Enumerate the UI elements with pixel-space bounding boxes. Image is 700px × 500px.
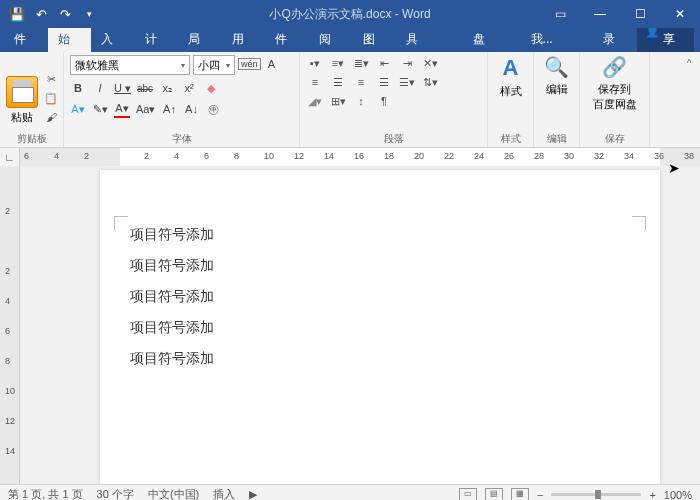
zoom-out-icon[interactable]: − — [537, 489, 543, 501]
chevron-down-icon: ▾ — [181, 61, 185, 70]
zoom-slider[interactable] — [551, 493, 641, 496]
ribbon: 粘贴 ✂ 📋 🖌 剪贴板 微软雅黑▾ 小四▾ wén A B I U ▾ abc — [0, 52, 700, 148]
paste-icon[interactable] — [6, 76, 38, 108]
change-case-icon[interactable]: Aa▾ — [136, 100, 155, 118]
group-label-save: 保存 — [580, 132, 649, 146]
window-title: 小Q办公演示文稿.docx - Word — [269, 6, 430, 23]
save-baidu-button[interactable]: 🔗 保存到 百度网盘 — [586, 55, 643, 112]
baidu-cloud-icon: 🔗 — [602, 55, 627, 79]
grow-font-icon[interactable]: A↑ — [161, 100, 177, 118]
sort-icon[interactable]: ↕ — [352, 93, 370, 109]
text-line[interactable]: 项目符号添加 — [130, 319, 630, 337]
group-label-clipboard: 剪贴板 — [0, 132, 63, 146]
clear-formatting-icon[interactable]: ◆ — [203, 79, 219, 97]
close-icon[interactable]: ✕ — [660, 0, 700, 28]
qat-more-icon[interactable]: ▾ — [78, 3, 100, 25]
italic-button[interactable]: I — [92, 79, 108, 97]
enclose-char-icon[interactable]: ㊥ — [205, 100, 221, 118]
bullets-icon[interactable]: ▪▾ — [306, 55, 324, 71]
group-font: 微软雅黑▾ 小四▾ wén A B I U ▾ abc x₂ x² ◆ A▾ ✎… — [64, 52, 300, 147]
chevron-down-icon: ▾ — [226, 61, 230, 70]
read-mode-icon[interactable]: ▭ — [459, 488, 477, 501]
character-border-icon[interactable]: A — [264, 55, 280, 73]
page-viewport[interactable]: 项目符号添加 项目符号添加 项目符号添加 项目符号添加 项目符号添加 — [20, 166, 700, 484]
align-left-icon[interactable]: ≡ — [306, 74, 324, 90]
group-styles: A 样式 样式 — [488, 52, 534, 147]
zoom-level[interactable]: 100% — [664, 489, 692, 501]
page-count[interactable]: 第 1 页, 共 1 页 — [8, 487, 83, 500]
text-line[interactable]: 项目符号添加 — [130, 350, 630, 368]
format-painter-icon[interactable]: 🖌 — [42, 111, 60, 127]
margin-corner-icon — [632, 216, 646, 230]
ribbon-display-icon[interactable]: ▭ — [540, 0, 580, 28]
vertical-ruler[interactable]: 22468101214 — [0, 166, 20, 484]
window-controls: ▭ — ☐ ✕ — [540, 0, 700, 28]
font-color-icon[interactable]: A▾ — [114, 100, 130, 118]
mouse-cursor-icon: ➤ — [668, 160, 680, 176]
align-center-icon[interactable]: ☰ — [329, 74, 347, 90]
font-name-select[interactable]: 微软雅黑▾ — [70, 55, 190, 75]
find-icon: 🔍 — [544, 55, 569, 79]
borders-icon[interactable]: ⊞▾ — [329, 93, 347, 109]
increase-indent-icon[interactable]: ⇥ — [398, 55, 416, 71]
text-effects-icon[interactable]: A▾ — [70, 100, 86, 118]
strikethrough-button[interactable]: abc — [137, 79, 153, 97]
styles-button[interactable]: A 样式 — [494, 55, 527, 99]
superscript-button[interactable]: x² — [181, 79, 197, 97]
document-area: 22468101214 项目符号添加 项目符号添加 项目符号添加 项目符号添加 … — [0, 166, 700, 484]
undo-icon[interactable]: ↶ — [30, 3, 52, 25]
editing-button[interactable]: 🔍 编辑 — [540, 55, 573, 97]
group-label-paragraph: 段落 — [300, 132, 487, 146]
web-layout-icon[interactable]: ▦ — [511, 488, 529, 501]
phonetic-guide-icon[interactable]: wén — [238, 55, 261, 73]
justify-icon[interactable]: ☰ — [375, 74, 393, 90]
line-spacing-icon[interactable]: ⇅▾ — [421, 74, 439, 90]
tab-selector-icon[interactable]: ∟ — [0, 148, 20, 166]
quick-access-toolbar: 💾 ↶ ↷ ▾ — [0, 3, 100, 25]
save-icon[interactable]: 💾 — [6, 3, 28, 25]
ribbon-tabs: 文件 开始 插入 设计 布局 引用 邮件 审阅 视图 开发工具 百度网盘 💡 告… — [0, 28, 700, 52]
redo-icon[interactable]: ↷ — [54, 3, 76, 25]
bold-button[interactable]: B — [70, 79, 86, 97]
numbering-icon[interactable]: ≡▾ — [329, 55, 347, 71]
text-line[interactable]: 项目符号添加 — [130, 257, 630, 275]
cut-icon[interactable]: ✂ — [42, 73, 60, 89]
maximize-icon[interactable]: ☐ — [620, 0, 660, 28]
macro-status-icon[interactable]: ▶ — [249, 488, 257, 500]
group-label-font: 字体 — [64, 132, 299, 146]
group-clipboard: 粘贴 ✂ 📋 🖌 剪贴板 — [0, 52, 64, 147]
insert-mode[interactable]: 插入 — [213, 487, 235, 500]
distributed-icon[interactable]: ☰▾ — [398, 74, 416, 90]
status-bar: 第 1 页, 共 1 页 30 个字 中文(中国) 插入 ▶ ▭ ▤ ▦ − +… — [0, 484, 700, 500]
group-label-styles: 样式 — [488, 132, 533, 146]
group-save: 🔗 保存到 百度网盘 保存 — [580, 52, 650, 147]
paste-button[interactable]: 粘贴 — [11, 110, 33, 125]
decrease-indent-icon[interactable]: ⇤ — [375, 55, 393, 71]
highlight-color-icon[interactable]: ✎▾ — [92, 100, 108, 118]
zoom-in-icon[interactable]: + — [649, 489, 655, 501]
minimize-icon[interactable]: — — [580, 0, 620, 28]
text-line[interactable]: 项目符号添加 — [130, 226, 630, 244]
group-paragraph: ▪▾ ≡▾ ≣▾ ⇤ ⇥ ✕▾ ≡ ☰ ≡ ☰ ☰▾ ⇅▾ ◢▾ ⊞▾ ↕ ¶ — [300, 52, 488, 147]
show-marks-icon[interactable]: ¶ — [375, 93, 393, 109]
underline-button[interactable]: U ▾ — [114, 79, 131, 97]
multilevel-list-icon[interactable]: ≣▾ — [352, 55, 370, 71]
subscript-button[interactable]: x₂ — [159, 79, 175, 97]
print-layout-icon[interactable]: ▤ — [485, 488, 503, 501]
shrink-font-icon[interactable]: A↓ — [183, 100, 199, 118]
language-status[interactable]: 中文(中国) — [148, 487, 199, 500]
margin-corner-icon — [114, 216, 128, 230]
shading-icon[interactable]: ◢▾ — [306, 93, 324, 109]
group-editing: 🔍 编辑 编辑 — [534, 52, 580, 147]
styles-icon: A — [503, 55, 519, 81]
collapse-ribbon-icon[interactable]: ^ — [682, 56, 696, 70]
word-count[interactable]: 30 个字 — [97, 487, 134, 500]
group-label-editing: 编辑 — [534, 132, 579, 146]
horizontal-ruler[interactable]: ∟ 6422468101214161820222426283032343638 — [0, 148, 700, 166]
document-page[interactable]: 项目符号添加 项目符号添加 项目符号添加 项目符号添加 项目符号添加 — [100, 170, 660, 484]
font-size-select[interactable]: 小四▾ — [193, 55, 235, 75]
copy-icon[interactable]: 📋 — [42, 92, 60, 108]
align-right-icon[interactable]: ≡ — [352, 74, 370, 90]
asian-layout-icon[interactable]: ✕▾ — [421, 55, 439, 71]
text-line[interactable]: 项目符号添加 — [130, 288, 630, 306]
